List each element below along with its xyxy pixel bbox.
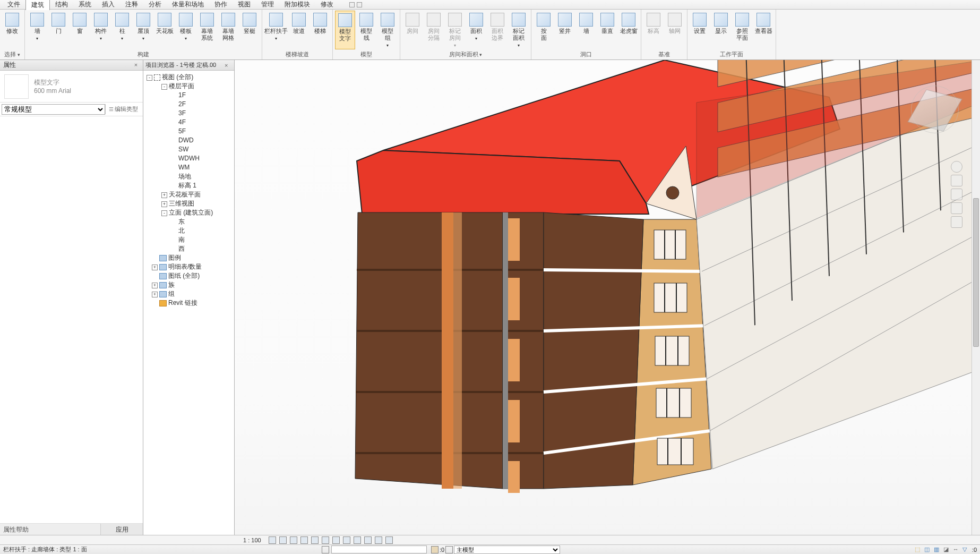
viewport-3d[interactable] [235,60,980,535]
scrollbar-vertical[interactable] [972,60,980,535]
ribbon-btn-按面[interactable]: 按 面 [534,11,554,49]
tree-item-1F[interactable]: 1F [144,91,233,100]
ribbon-btn-显示[interactable]: 显示 [711,11,731,49]
roof-overhang[interactable] [357,150,649,214]
lock-3d-icon[interactable] [343,536,350,544]
view-scale[interactable]: 1 : 100 [243,537,261,543]
browser-title-bar[interactable]: 项目浏览器 - 1号楼 定稿.00 × [143,60,234,71]
tree-item-Revit 链接[interactable]: Revit 链接 [144,299,233,308]
menu-tab-插入[interactable]: 插入 [97,0,120,10]
tree-item-图例[interactable]: 图例 [144,253,233,262]
scrollbar-thumb[interactable] [973,198,979,347]
tree-item-东[interactable]: 东 [144,217,233,226]
ribbon-btn-墙[interactable]: 墙 [576,11,596,49]
temp-hide-icon[interactable] [354,536,361,544]
tree-item-三维视图[interactable]: +三维视图 [144,199,233,208]
design-options-icon[interactable] [431,546,439,553]
ribbon-btn-设置[interactable]: 设置 [690,11,710,49]
qat-dropdown-icon[interactable] [349,2,355,7]
close-icon[interactable]: × [132,62,140,69]
tree-item-2F[interactable]: 2F [144,100,233,109]
visual-style-icon[interactable] [279,536,287,544]
orbit-icon[interactable] [951,216,962,228]
tree-item-天花板平面[interactable]: +天花板平面 [144,190,233,199]
menu-tab-附加模块[interactable]: 附加模块 [279,0,315,10]
toggle-icon[interactable]: - [161,84,167,90]
rendering-icon[interactable] [311,536,319,544]
ribbon-btn-天花板[interactable]: 天花板 [154,11,175,49]
shadows-icon[interactable] [300,536,308,544]
ribbon-btn-柱[interactable]: 柱▾ [112,11,132,49]
panel-label[interactable]: 房间和面积 [402,49,529,59]
ribbon-btn-修改[interactable]: 修改 [2,11,22,49]
constraints-icon[interactable] [385,536,393,544]
ribbon-btn-标记面积[interactable]: 标记 面积▾ [509,11,529,49]
ribbon-btn-幕墙系统[interactable]: 幕墙 系统 [197,11,217,49]
tree-item-WDWH[interactable]: WDWH [144,154,233,163]
tree-item-SW[interactable]: SW [144,145,233,154]
select-links-icon[interactable]: ⬚ [915,546,922,553]
tree-item-南[interactable]: 南 [144,235,233,244]
menu-tab-管理[interactable]: 管理 [256,0,279,10]
wall-left[interactable] [355,212,503,489]
drag-icon[interactable]: ↔ [953,546,960,553]
ribbon-btn-楼板[interactable]: 楼板▾ [176,11,196,49]
tree-item-标高 1[interactable]: 标高 1 [144,181,233,190]
ribbon-btn-窗[interactable]: 窗 [70,11,90,49]
ribbon-btn-竖梃[interactable]: 竖梃 [239,11,260,49]
filter-icon[interactable]: ▽ [962,546,970,553]
ribbon-btn-参照平面[interactable]: 参照 平面 [732,11,752,49]
tree-item-WM[interactable]: WM [144,163,233,172]
pan-icon[interactable] [951,189,962,200]
menu-tab-结构[interactable]: 结构 [50,0,73,10]
tree-item-明细表/数量[interactable]: +明细表/数量 [144,262,233,271]
ribbon-btn-房间分隔[interactable]: 房间 分隔 [424,11,444,49]
ribbon-btn-标高[interactable]: 标高 [643,11,664,49]
toggle-icon[interactable]: - [147,75,152,81]
tree-item-西[interactable]: 西 [144,244,233,253]
toggle-icon[interactable]: - [161,210,167,216]
ribbon-btn-老虎窗[interactable]: 老虎窗 [618,11,639,49]
menu-tab-建筑[interactable]: 建筑 [25,0,50,10]
ribbon-btn-模型组[interactable]: 模型 组▾ [377,11,398,49]
menu-tab-文件[interactable]: 文件 [2,0,25,10]
panel-label[interactable]: 选择 [2,49,22,59]
analytical-icon[interactable] [375,536,382,544]
tree-item-视图 (全部)[interactable]: -视图 (全部) [144,73,233,82]
qat-dropdown2-icon[interactable] [357,2,362,7]
home-icon[interactable] [951,161,962,173]
ribbon-btn-模型线[interactable]: 模型 线 [356,11,376,49]
toggle-icon[interactable]: + [152,283,158,288]
zoom-icon[interactable] [951,202,962,214]
close-icon[interactable]: × [225,62,232,69]
tree-item-北[interactable]: 北 [144,226,233,235]
ribbon-btn-竖井[interactable]: 竖井 [555,11,575,49]
toggle-icon[interactable]: + [152,292,158,297]
tree-item-DWD[interactable]: DWD [144,136,233,145]
navigation-bar[interactable] [948,161,965,267]
type-selector[interactable]: 模型文字 600 mm Arial [0,71,143,103]
reveal-hidden-icon[interactable] [364,536,372,544]
ribbon-btn-幕墙网格[interactable]: 幕墙 网格 [218,11,238,49]
worksets-icon[interactable] [322,546,329,553]
tree-item-图纸 (全部)[interactable]: 图纸 (全部) [144,271,233,280]
ribbon-btn-墙[interactable]: 墙▾ [27,11,47,49]
ribbon-btn-门[interactable]: 门 [48,11,68,49]
tree-item-族[interactable]: +族 [144,280,233,289]
select-underlay-icon[interactable]: ◫ [924,546,932,553]
tree-item-3F[interactable]: 3F [144,109,233,118]
menu-tab-视图[interactable]: 视图 [233,0,256,10]
toggle-icon[interactable]: + [161,192,167,198]
ribbon-btn-栏杆扶手[interactable]: 栏杆扶手▾ [264,11,288,49]
ribbon-btn-屋顶[interactable]: 屋顶▾ [133,11,153,49]
ribbon-btn-楼梯[interactable]: 楼梯 [310,11,330,49]
steering-wheel-icon[interactable] [951,175,962,186]
menu-tab-系统[interactable]: 系统 [73,0,97,10]
properties-filter[interactable]: 常规模型 [2,104,105,115]
ribbon-btn-面积边界[interactable]: 面积 边界 [487,11,508,49]
apply-button[interactable]: 应用 [100,524,143,535]
ribbon-btn-标记房间[interactable]: 标记 房间▾ [445,11,465,49]
roof-vent[interactable] [666,186,679,199]
ribbon-btn-房间[interactable]: 房间 [402,11,423,49]
crop-icon[interactable] [322,536,329,544]
